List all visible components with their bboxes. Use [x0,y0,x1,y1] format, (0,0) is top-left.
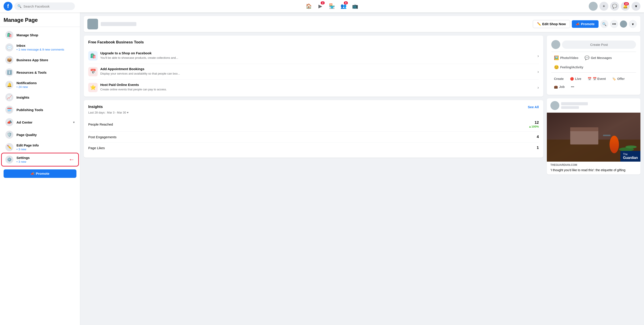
sidebar-item-content-inbox: Inbox1 new message & 9 new comments [16,44,75,51]
tool-text-appointment-bookings: Add Appointment BookingsDisplay your ser… [100,67,535,76]
sidebar-item-insights[interactable]: 📈Insights [2,91,78,103]
create-post-input[interactable]: Create Post [562,40,636,49]
sidebar-item-edit-page-info[interactable]: ✏️Edit Page Info3 new [2,141,78,153]
create-type-button[interactable]: Create [551,75,566,82]
tool-chevron-upgrade-shop: › [538,54,539,58]
insight-label-people-reached: People Reached [88,122,113,126]
get-messages-label: Get Messages [591,56,612,60]
sidebar-item-page-quality[interactable]: 🛡️Page Quality [2,128,78,141]
home-nav-button[interactable]: 🏠 [303,1,314,11]
search-input[interactable] [24,4,72,8]
profile-avatar[interactable] [589,2,598,11]
tool-chevron-appointment-bookings: › [538,69,539,74]
messenger-icon: 💬 [612,4,617,9]
tool-item-upgrade-shop[interactable]: 🛍️Upgrade to a Shop on FacebookYou'll be… [88,48,539,64]
home-icon: 🏠 [306,3,312,9]
insights-header: Insights See All [88,105,539,109]
guardian-overlay: The Guardian [620,151,640,162]
page-header: ✏️ Edit Shop Now 📣 Promote 🔍 ••• ▾ [84,16,640,32]
tool-chevron-paid-events: › [538,85,539,90]
sidebar-item-resources-tools[interactable]: ℹ️Resources & Tools [2,66,78,79]
post-action-row: 🖼️ Photo/Video 💬 Get Messages 😊 Feeling/… [551,52,636,71]
photo-video-label: Photo/Video [560,56,578,60]
watch-nav-button[interactable]: 📺 [350,1,360,11]
page-dropdown-button[interactable]: ▾ [629,20,637,28]
tool-icon-appointment-bookings: 📅 [88,67,98,76]
business-tools-card: Free Facebook Business Tools 🛍️Upgrade t… [84,36,543,97]
get-messages-action[interactable]: 💬 Get Messages [582,54,614,62]
sidebar-icon-insights: 📈 [5,93,13,101]
more-types-button[interactable]: ••• [568,83,577,90]
sidebar-icon-notifications: 🔔 [5,81,13,89]
dropdown-button[interactable]: ▾ [632,2,640,11]
insight-row-people-reached[interactable]: People Reached12▲100% [88,117,539,132]
live-icon: 🔴 [570,77,574,81]
sidebar-icon-edit-page-info: ✏️ [5,143,13,151]
sidebar-item-sub-inbox: 1 new message & 9 new comments [16,48,75,51]
sidebar-item-settings[interactable]: ⚙️Settings3 new← [2,153,78,166]
right-column: Create Post 🖼️ Photo/Video 💬 Get Message… [547,36,640,178]
insight-label-page-likes: Page Likes [88,146,105,150]
sidebar-icon-settings: ⚙️ [5,156,13,164]
post-feed-avatar [550,101,559,110]
job-type-button[interactable]: 💼 Job [551,83,567,90]
event-label: 📅 Event [593,77,606,81]
post-type-row: Create 🔴 Live 📅 📅 Event 🏷️ Offer [551,73,636,90]
more-header-button[interactable]: ••• [610,20,618,28]
sidebar-item-label-edit-page-info: Edit Page Info [16,143,75,147]
sidebar-item-notifications[interactable]: 🔔Notifications24 new [2,79,78,91]
sidebar-item-content-ad-center: Ad Center [16,120,70,124]
offer-type-button[interactable]: 🏷️ Offer [610,75,627,82]
insight-row-page-likes[interactable]: Page Likes1 [88,142,539,153]
guardian-name: Guardian [623,156,638,160]
sidebar-item-label-notifications: Notifications [16,81,75,85]
sidebar-item-inbox[interactable]: ✉️Inbox1 new message & 9 new comments [2,41,78,54]
video-nav-button[interactable]: ▶ 3 [315,1,326,11]
search-header-button[interactable]: 🔍 [600,20,608,28]
marketplace-nav-button[interactable]: 🏪 [326,1,337,11]
left-sidebar: Manage Page 🛍️Manage Shop✉️Inbox1 new me… [0,12,80,325]
feeling-label: Feeling/Activity [560,65,583,69]
video-badge: 3 [321,1,325,4]
promote-header-button[interactable]: 📣 Promote [572,20,598,28]
sidebar-item-label-publishing-tools: Publishing Tools [16,108,75,112]
post-image-inner: The Guardian [547,113,640,162]
tool-item-appointment-bookings[interactable]: 📅Add Appointment BookingsDisplay your se… [88,64,539,80]
messenger-button[interactable]: 💬 [610,2,619,11]
sidebar-item-publishing-tools[interactable]: 🗓️Publishing Tools [2,103,78,116]
insights-card: Insights See All Last 28 days : Mar 3 - … [84,100,543,158]
live-type-button[interactable]: 🔴 Live [567,75,584,82]
sidebar-item-sub-edit-page-info: 3 new [16,148,75,151]
insight-value-wrap-page-likes: 1 [537,146,539,150]
facebook-logo[interactable]: f [4,2,12,11]
insight-row-post-engagements[interactable]: Post Engagements4 [88,132,539,142]
plus-button[interactable]: + [600,2,608,11]
svg-point-4 [610,136,619,153]
sidebar-item-label-settings: Settings [16,156,64,160]
sidebar-item-business-app-store[interactable]: 📦Business App Store [2,54,78,66]
sidebar-promote-button[interactable]: 📣 Promote [4,169,76,178]
get-messages-icon: 💬 [584,55,590,60]
feeling-activity-action[interactable]: 😊 Feeling/Activity [551,63,586,71]
sidebar-item-ad-center[interactable]: 📣Ad Center▾ [2,116,78,128]
tool-item-paid-events[interactable]: ⭐Host Paid Online EventsCreate online ev… [88,80,539,92]
page-thumb-header [620,20,627,27]
sidebar-item-manage-shop[interactable]: 🛍️Manage Shop [2,29,78,41]
event-type-button[interactable]: 📅 📅 Event [585,75,608,82]
photo-video-action[interactable]: 🖼️ Photo/Video [551,54,581,62]
tools-list: 🛍️Upgrade to a Shop on FacebookYou'll be… [88,48,539,92]
edit-shop-button[interactable]: ✏️ Edit Shop Now [533,20,570,28]
notifications-button[interactable]: 🔔 19 [621,2,630,11]
search-bar[interactable]: 🔍 [14,2,75,10]
sidebar-icon-publishing-tools: 🗓️ [5,106,13,114]
tool-desc-upgrade-shop: You'll be able to showcase products, cre… [100,56,535,60]
post-image: The Guardian [547,113,640,162]
tool-desc-paid-events: Create online events that people can pay… [100,87,535,91]
groups-nav-button[interactable]: 👥 8 [338,1,349,11]
post-caption: 'I thought you'd like to read this': the… [547,167,640,175]
settings-arrow: ← [68,156,75,163]
post-author-blur [561,102,588,105]
see-all-link[interactable]: See All [528,105,539,109]
sidebar-item-label-ad-center: Ad Center [16,120,70,124]
sidebar-item-label-resources-tools: Resources & Tools [16,70,75,74]
